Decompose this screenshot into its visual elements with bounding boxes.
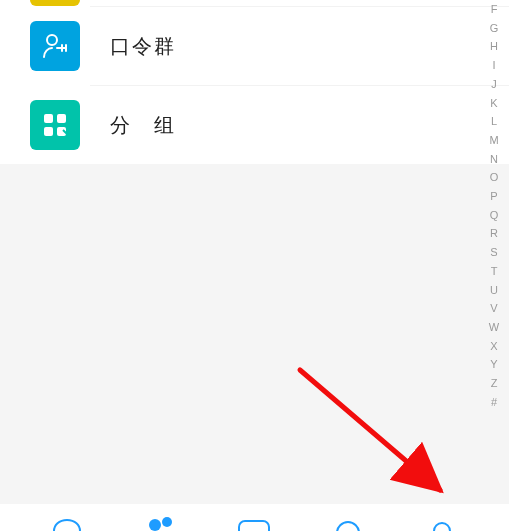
discover-tab[interactable] xyxy=(328,519,368,531)
svg-rect-2 xyxy=(57,114,66,123)
index-letter-G[interactable]: G xyxy=(487,19,501,38)
me-tab[interactable] xyxy=(422,519,462,531)
svg-point-0 xyxy=(47,35,57,45)
list-item-groups[interactable]: 分 组 xyxy=(0,86,509,164)
index-letter-K[interactable]: K xyxy=(487,94,501,113)
index-letter-#[interactable]: # xyxy=(487,393,501,412)
svg-rect-3 xyxy=(44,127,53,136)
index-letter-V[interactable]: V xyxy=(487,299,501,318)
svg-point-10 xyxy=(434,523,450,531)
index-letter-F[interactable]: F xyxy=(487,0,501,19)
svg-rect-1 xyxy=(44,114,53,123)
index-letter-Y[interactable]: Y xyxy=(487,355,501,374)
index-letter-N[interactable]: N xyxy=(487,150,501,169)
alpha-index-bar[interactable]: FGHIJKLMNOPQRSTUVWXYZ# xyxy=(487,0,501,411)
index-letter-X[interactable]: X xyxy=(487,337,501,356)
index-letter-J[interactable]: J xyxy=(487,75,501,94)
workspace-tab[interactable] xyxy=(234,519,274,531)
index-letter-I[interactable]: I xyxy=(487,56,501,75)
index-letter-U[interactable]: U xyxy=(487,281,501,300)
index-letter-M[interactable]: M xyxy=(487,131,501,150)
index-letter-R[interactable]: R xyxy=(487,224,501,243)
index-letter-O[interactable]: O xyxy=(487,168,501,187)
groups-icon xyxy=(30,100,80,150)
contacts-tab[interactable] xyxy=(141,515,181,531)
index-letter-W[interactable]: W xyxy=(487,318,501,337)
index-letter-Q[interactable]: Q xyxy=(487,206,501,225)
tab-bar xyxy=(0,509,509,531)
index-letter-H[interactable]: H xyxy=(487,37,501,56)
messages-tab[interactable] xyxy=(47,517,87,531)
svg-point-9 xyxy=(337,522,359,531)
folder-icon xyxy=(30,0,80,6)
svg-point-7 xyxy=(162,517,172,527)
svg-point-6 xyxy=(149,519,161,531)
password-group-icon xyxy=(30,21,80,71)
list-item-label: 口令群 xyxy=(110,33,176,60)
index-letter-Z[interactable]: Z xyxy=(487,374,501,393)
svg-rect-8 xyxy=(239,521,269,531)
index-letter-S[interactable]: S xyxy=(487,243,501,262)
list-item-password-group[interactable]: 口令群 xyxy=(0,7,509,85)
index-letter-T[interactable]: T xyxy=(487,262,501,281)
index-letter-L[interactable]: L xyxy=(487,112,501,131)
empty-area xyxy=(0,164,509,504)
list-item-label: 分 组 xyxy=(110,112,176,139)
index-letter-P[interactable]: P xyxy=(487,187,501,206)
